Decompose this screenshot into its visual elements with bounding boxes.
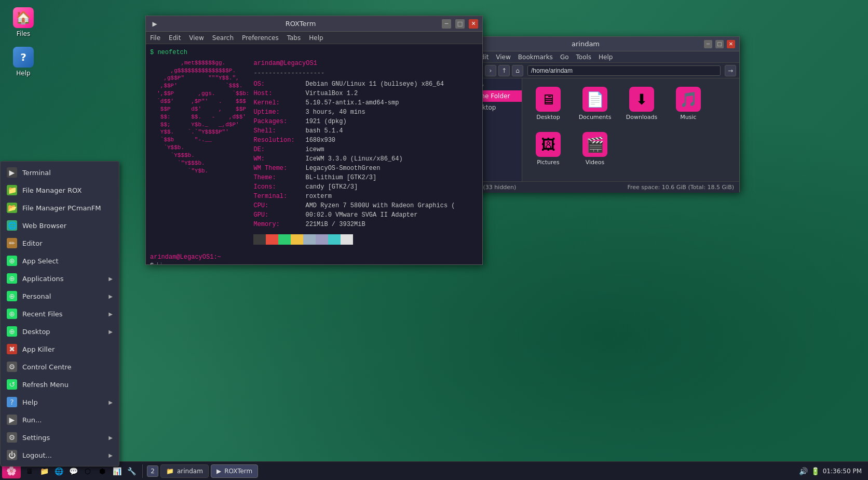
help-icon: ?	[13, 47, 34, 68]
fm-forward-button[interactable]: ›	[485, 65, 496, 76]
terminal-menu-file[interactable]: File	[150, 34, 160, 42]
start-icon: 🌸	[6, 466, 17, 476]
fm-menu-go[interactable]: Go	[560, 54, 569, 61]
taskbar-items: 📁 arindam ▶ ROXTerm	[160, 464, 793, 478]
menu-item-recent-files[interactable]: ⊕ Recent Files ▶	[1, 305, 119, 323]
app-select-icon: ⊕	[7, 256, 17, 266]
fm-file-videos[interactable]: 🎬 Videos	[574, 129, 616, 169]
desktop-menu-icon: ⊕	[7, 326, 17, 337]
menu-item-app-select[interactable]: ⊕ App Select	[1, 252, 119, 270]
menu-item-settings[interactable]: ⚙ Settings ▶	[1, 429, 119, 446]
terminal-maximize-button[interactable]: □	[455, 19, 465, 29]
fm-close-button[interactable]: ✕	[727, 40, 735, 48]
applications-arrow: ▶	[108, 276, 113, 282]
menu-item-terminal[interactable]: ▶ Terminal	[1, 164, 119, 181]
terminal-icon: ▶	[7, 167, 17, 178]
music-folder-icon: 🎵	[676, 87, 701, 112]
fm-menu-view[interactable]: View	[496, 54, 510, 61]
taskbar-app-roxterm-icon: ▶	[216, 468, 221, 475]
quick-launch-btn-8[interactable]: 🔧	[125, 464, 138, 478]
terminal-menu-tabs[interactable]: Tabs	[287, 34, 301, 42]
videos-folder-icon: 🎬	[582, 132, 607, 157]
personal-arrow: ▶	[108, 294, 113, 299]
desktop-icon-files[interactable]: 🏠 Files	[5, 5, 42, 39]
web-browser-icon: 🌐	[7, 220, 17, 231]
terminal-menu-help[interactable]: Help	[309, 34, 323, 42]
pictures-folder-icon: 🖼	[536, 132, 561, 157]
fm-menubar: File Edit View Bookmarks Go Tools Help	[455, 51, 739, 63]
desktop: 🏠 Files ? Help ▶ Terminal 📁 File Manager…	[0, 0, 868, 480]
terminal-menubar: File Edit View Search Preferences Tabs H…	[146, 32, 482, 44]
menu-item-logout[interactable]: ⏻ Logout... ▶	[1, 446, 119, 464]
fm-title: arindam	[470, 40, 701, 48]
terminal-menu-edit[interactable]: Edit	[169, 34, 181, 42]
help-arrow: ▶	[108, 399, 113, 405]
logout-arrow: ▶	[108, 452, 113, 458]
fm-toolbar: 📁 ‹ › ↑ ⌂ →	[455, 63, 739, 78]
files-icon-label: Files	[17, 30, 30, 37]
menu-item-file-manager-pcmanfm[interactable]: 📂 File Manager PCmanFM	[1, 199, 119, 217]
fm-maximize-button[interactable]: □	[715, 40, 724, 48]
context-menu: ▶ Terminal 📁 File Manager ROX 📂 File Man…	[0, 161, 119, 466]
editor-icon: ✏	[7, 238, 17, 248]
fm-file-pictures[interactable]: 🖼 Pictures	[527, 129, 569, 169]
taskbar-clock: 01:36:50 PM	[823, 468, 862, 475]
applications-icon: ⊕	[7, 273, 17, 284]
recent-files-icon: ⊕	[7, 309, 17, 319]
fm-menu-tools[interactable]: Tools	[576, 54, 592, 61]
taskbar-app-arindam[interactable]: 📁 arindam	[160, 464, 209, 478]
neofetch-info: arindam@LegacyOS1 ------------------- OS…	[253, 59, 478, 245]
settings-icon: ⚙	[7, 432, 17, 443]
menu-item-app-killer[interactable]: ✖ App Killer	[1, 340, 119, 358]
fm-minimize-button[interactable]: −	[704, 40, 712, 48]
terminal-prompt-2: arindam@LegacyOS1:~	[150, 253, 478, 262]
volume-icon[interactable]: 🔊	[799, 467, 808, 475]
menu-item-web-browser[interactable]: 🌐 Web Browser	[1, 217, 119, 234]
workspace-badge[interactable]: 2	[147, 465, 158, 477]
menu-item-help[interactable]: ? Help ▶	[1, 393, 119, 411]
fm-file-music[interactable]: 🎵 Music	[668, 84, 709, 124]
fm-file-downloads[interactable]: ⬇ Downloads	[621, 84, 662, 124]
help-menu-icon: ?	[7, 397, 17, 407]
recent-files-arrow: ▶	[108, 311, 113, 317]
fm-titlebar: 📁 arindam − □ ✕	[455, 37, 739, 51]
taskbar-app-roxterm[interactable]: ▶ ROXTerm	[211, 464, 258, 478]
terminal-content[interactable]: $ neofetch ,met$$$$$$gg. ,g$$$$$$$$$$$$$…	[146, 44, 482, 264]
fm-status-freespace: Free space: 10.6 GiB (Total: 18.5 GiB)	[627, 184, 734, 191]
desktop-icon-help[interactable]: ? Help	[5, 45, 42, 79]
menu-item-refresh-menu[interactable]: ↺ Refresh Menu	[1, 376, 119, 393]
terminal-close-button[interactable]: ✕	[469, 19, 478, 29]
refresh-menu-icon: ↺	[7, 379, 17, 390]
terminal-menu-preferences[interactable]: Preferences	[242, 34, 279, 42]
menu-item-file-manager-rox[interactable]: 📁 File Manager ROX	[1, 181, 119, 199]
fm-menu-help[interactable]: Help	[599, 54, 613, 61]
menu-item-editor[interactable]: ✏ Editor	[1, 234, 119, 252]
menu-item-applications[interactable]: ⊕ Applications ▶	[1, 270, 119, 287]
terminal-menu-search[interactable]: Search	[212, 34, 234, 42]
terminal-cursor-line: $ █	[150, 262, 478, 264]
terminal-menu-view[interactable]: View	[189, 34, 204, 42]
fm-file-documents[interactable]: 📄 Documents	[574, 84, 616, 124]
files-icon: 🏠	[13, 7, 34, 28]
terminal-window: ▶ ROXTerm − □ ✕ File Edit View Search Pr…	[145, 16, 483, 265]
menu-item-personal[interactable]: ⊕ Personal ▶	[1, 287, 119, 305]
fm-statusbar: 6 items (33 hidden) Free space: 10.6 GiB…	[455, 181, 739, 193]
fm-address-bar[interactable]	[527, 65, 721, 76]
control-centre-icon: ⚙	[7, 362, 17, 372]
fm-menu-bookmarks[interactable]: Bookmarks	[518, 54, 553, 61]
settings-arrow: ▶	[108, 435, 113, 441]
terminal-titlebar-icon: ▶	[150, 19, 159, 29]
fm-file-desktop[interactable]: 🖥 Desktop	[527, 84, 569, 124]
fm-home-button[interactable]: ⌂	[512, 65, 523, 76]
fm-up-button[interactable]: ↑	[498, 65, 510, 76]
menu-item-control-centre[interactable]: ⚙ Control Centre	[1, 358, 119, 376]
desktop-icons: 🏠 Files ? Help	[5, 5, 42, 79]
terminal-minimize-button[interactable]: −	[442, 19, 451, 29]
menu-item-run[interactable]: ▶ Run...	[1, 411, 119, 429]
neofetch-art: ,met$$$$$$gg. ,g$$$$$$$$$$$$$$$P. ,g$$P"…	[150, 59, 249, 245]
terminal-titlebar: ▶ ROXTerm − □ ✕	[146, 16, 482, 32]
fm-go-button[interactable]: →	[725, 65, 736, 76]
battery-icon[interactable]: 🔋	[811, 467, 820, 475]
menu-item-desktop[interactable]: ⊕ Desktop ▶	[1, 323, 119, 340]
terminal-title: ROXTerm	[164, 20, 438, 28]
